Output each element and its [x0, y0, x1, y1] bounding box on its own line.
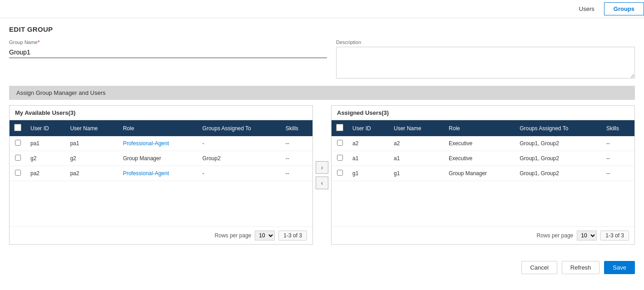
- assigned-row-groups: Group1, Group2: [515, 151, 602, 166]
- tab-groups[interactable]: Groups: [604, 2, 644, 15]
- available-table-row: g2 g2 Group Manager Group2 --: [10, 151, 312, 166]
- action-bar: Cancel Refresh Save: [0, 256, 644, 280]
- assigned-table-body: a2 a2 Executive Group1, Group2 -- a1 a1 …: [332, 136, 634, 181]
- available-table-body: pa1 pa1 Professional-Agent - -- g2 g2 Gr…: [10, 136, 312, 181]
- assigned-row-username: a1: [389, 151, 444, 166]
- available-col-role: Role: [119, 120, 198, 136]
- tab-users[interactable]: Users: [570, 2, 604, 15]
- cancel-button[interactable]: Cancel: [521, 261, 557, 274]
- available-empty-space: [10, 181, 312, 226]
- assigned-rows-per-page-label: Rows per page: [537, 232, 574, 239]
- assigned-rows-per-page-select[interactable]: 10 20 50: [577, 231, 597, 241]
- assigned-table-row: a2 a2 Executive Group1, Group2 --: [332, 136, 634, 151]
- description-field-container: Description: [336, 39, 635, 79]
- description-label: Description: [336, 39, 635, 45]
- assigned-row-checkbox[interactable]: [337, 155, 343, 161]
- assigned-row-userid: g1: [348, 166, 389, 181]
- available-row-skills: --: [281, 151, 312, 166]
- group-name-input[interactable]: [9, 47, 327, 58]
- available-row-role[interactable]: Professional-Agent: [119, 136, 198, 151]
- available-row-userid: pa2: [26, 166, 65, 181]
- assigned-row-userid: a1: [348, 151, 389, 166]
- assigned-row-userid: a2: [348, 136, 389, 151]
- available-row-username: pa1: [65, 136, 118, 151]
- available-row-checkbox-cell[interactable]: [10, 166, 26, 181]
- transfer-buttons-container: › ‹: [313, 161, 331, 189]
- available-row-userid: g2: [26, 151, 65, 166]
- available-row-username: pa2: [65, 166, 118, 181]
- assigned-row-username: g1: [389, 166, 444, 181]
- available-rows-per-page-label: Rows per page: [215, 232, 252, 239]
- assigned-row-skills: --: [602, 136, 634, 151]
- available-table-header-row: User ID User Name Role Groups Assigned T…: [10, 120, 312, 136]
- available-table-footer: Rows per page 10 20 50 1-3 of 3: [10, 226, 312, 244]
- refresh-button[interactable]: Refresh: [562, 261, 600, 274]
- assigned-row-skills: --: [602, 151, 634, 166]
- assigned-row-username: a2: [389, 136, 444, 151]
- available-row-skills: --: [281, 166, 312, 181]
- available-row-skills: --: [281, 136, 312, 151]
- available-page-info: 1-3 of 3: [278, 231, 307, 241]
- available-row-groups: -: [198, 166, 281, 181]
- available-users-table: User ID User Name Role Groups Assigned T…: [10, 120, 312, 181]
- assigned-panel-title: Assigned Users(3): [332, 106, 634, 120]
- page-title: EDIT GROUP: [9, 25, 635, 33]
- available-col-groups: Groups Assigned To: [198, 120, 281, 136]
- group-name-field-container: Group Name*: [9, 39, 327, 79]
- assigned-row-checkbox-cell[interactable]: [332, 136, 348, 151]
- assigned-select-all-header[interactable]: [332, 120, 348, 136]
- available-select-all-checkbox[interactable]: [14, 124, 21, 131]
- assigned-page-info: 1-3 of 3: [600, 231, 629, 241]
- available-row-role: Group Manager: [119, 151, 198, 166]
- available-col-username: User Name: [65, 120, 118, 136]
- assigned-users-panel: Assigned Users(3) User ID User Name Role…: [331, 105, 635, 245]
- available-row-checkbox[interactable]: [15, 155, 21, 161]
- assigned-table-footer: Rows per page 10 20 50 1-3 of 3: [332, 226, 634, 244]
- available-row-username: g2: [65, 151, 118, 166]
- available-table-row: pa1 pa1 Professional-Agent - --: [10, 136, 312, 151]
- transfer-forward-button[interactable]: ›: [316, 161, 328, 174]
- available-table-row: pa2 pa2 Professional-Agent - --: [10, 166, 312, 181]
- assigned-empty-space: [332, 181, 634, 226]
- assigned-row-checkbox-cell[interactable]: [332, 166, 348, 181]
- available-row-checkbox-cell[interactable]: [10, 151, 26, 166]
- save-button[interactable]: Save: [604, 261, 635, 274]
- assigned-row-skills: --: [602, 166, 634, 181]
- available-col-userid: User ID: [26, 120, 65, 136]
- assigned-col-userid: User ID: [348, 120, 389, 136]
- top-navigation: Users Groups: [0, 0, 644, 18]
- available-users-panel: My Available Users(3) User ID User Name …: [9, 105, 313, 245]
- available-row-role[interactable]: Professional-Agent: [119, 166, 198, 181]
- section-header: Assign Group Manager and Users: [9, 86, 635, 100]
- available-row-groups: -: [198, 136, 281, 151]
- transfer-back-button[interactable]: ‹: [316, 177, 328, 189]
- assigned-col-skills: Skills: [602, 120, 634, 136]
- available-panel-title: My Available Users(3): [10, 106, 312, 120]
- tables-area: My Available Users(3) User ID User Name …: [9, 105, 635, 245]
- assigned-col-role: Role: [444, 120, 515, 136]
- available-col-skills: Skills: [281, 120, 312, 136]
- form-row: Group Name* Description: [9, 39, 635, 79]
- available-select-all-header[interactable]: [10, 120, 26, 136]
- assigned-row-checkbox[interactable]: [337, 170, 343, 176]
- assigned-table-row: a1 a1 Executive Group1, Group2 --: [332, 151, 634, 166]
- assigned-row-role: Executive: [444, 136, 515, 151]
- available-row-checkbox[interactable]: [15, 170, 21, 176]
- assigned-row-role: Executive: [444, 151, 515, 166]
- assigned-users-table: User ID User Name Role Groups Assigned T…: [332, 120, 634, 181]
- assigned-row-groups: Group1, Group2: [515, 166, 602, 181]
- description-textarea[interactable]: [336, 47, 635, 79]
- page-content: EDIT GROUP Group Name* Description Assig…: [0, 18, 644, 252]
- available-row-userid: pa1: [26, 136, 65, 151]
- assigned-row-checkbox[interactable]: [337, 140, 343, 146]
- assigned-row-checkbox-cell[interactable]: [332, 151, 348, 166]
- available-row-groups: Group2: [198, 151, 281, 166]
- available-row-checkbox-cell[interactable]: [10, 136, 26, 151]
- assigned-row-groups: Group1, Group2: [515, 136, 602, 151]
- assigned-row-role: Group Manager: [444, 166, 515, 181]
- assigned-table-header-row: User ID User Name Role Groups Assigned T…: [332, 120, 634, 136]
- assigned-select-all-checkbox[interactable]: [336, 124, 343, 131]
- available-row-checkbox[interactable]: [15, 140, 21, 146]
- available-rows-per-page-select[interactable]: 10 20 50: [255, 231, 275, 241]
- assigned-col-username: User Name: [389, 120, 444, 136]
